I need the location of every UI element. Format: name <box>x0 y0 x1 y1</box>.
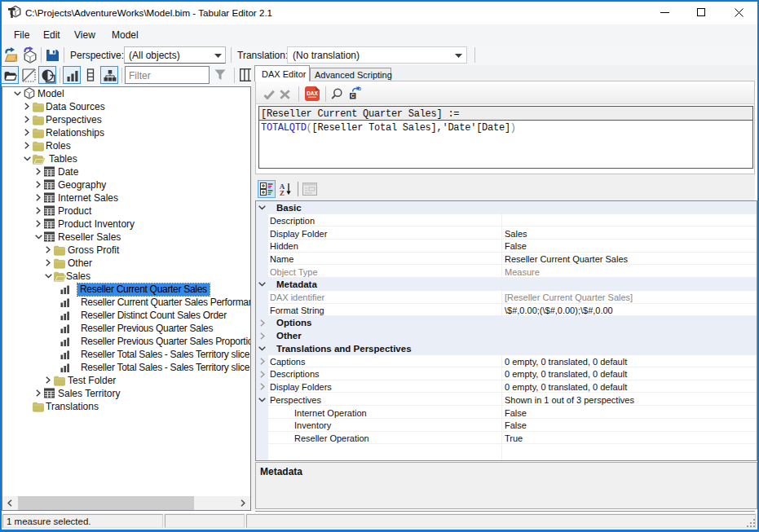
svg-text:C: C <box>351 93 355 99</box>
svg-text:b: b <box>358 86 361 91</box>
svg-text:DAX: DAX <box>307 90 318 96</box>
svg-text:Z: Z <box>280 189 285 196</box>
